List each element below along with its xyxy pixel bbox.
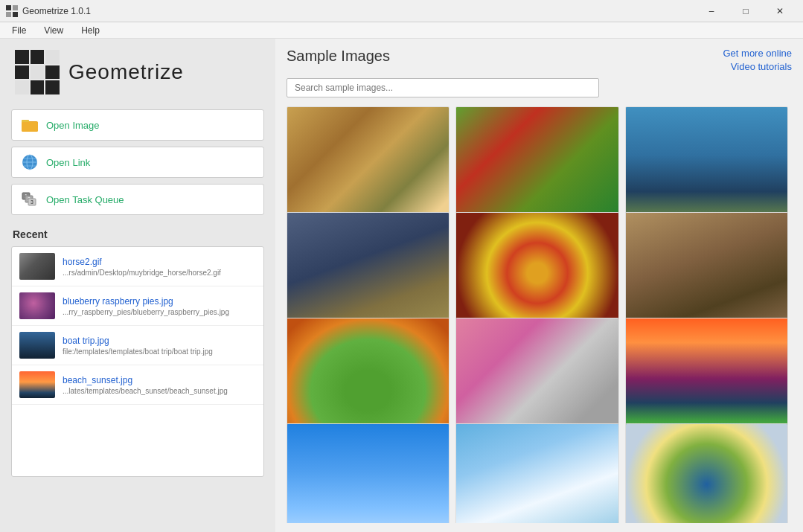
butterfly-gray-image: [456, 318, 618, 439]
recent-name-horse: horse2.gif: [63, 257, 221, 267]
sample-image-tiger[interactable]: [287, 106, 450, 228]
svg-text:3: 3: [31, 199, 33, 205]
queue-icon: 1 2 3: [21, 190, 39, 208]
recent-list: horse2.gif ...rs/admin/Desktop/muybridge…: [11, 246, 264, 477]
recent-path-blueberry: ...rry_raspberry_pies/blueberry_raspberr…: [63, 308, 229, 316]
window-title: Geometrize 1.0.1: [22, 6, 91, 16]
globe-icon: [21, 153, 39, 171]
recent-name-beach: beach_sunset.jpg: [63, 375, 228, 385]
content-header: Sample Images Get more online Video tuto…: [287, 48, 792, 72]
svg-rect-2: [6, 12, 11, 17]
menu-file[interactable]: File: [6, 24, 32, 37]
mountains-image: [626, 318, 787, 439]
menu-bar: File View Help: [0, 22, 803, 39]
menu-view[interactable]: View: [38, 24, 69, 37]
sample-image-butterfly-orange[interactable]: [287, 318, 450, 440]
sample-image-naiad[interactable]: [287, 212, 450, 334]
content-area: Sample Images Get more online Video tuto…: [275, 39, 803, 532]
open-image-button[interactable]: Open Image: [11, 109, 264, 141]
sample-image-vegetables[interactable]: [455, 106, 618, 228]
open-task-queue-label: Open Task Queue: [46, 194, 124, 205]
search-input[interactable]: [287, 78, 599, 97]
get-more-online-link[interactable]: Get more online: [723, 48, 793, 59]
sky-image: [287, 424, 449, 523]
duck-image: [626, 107, 787, 228]
sidebar: Geometrize Open Image: [0, 39, 275, 532]
open-task-queue-button[interactable]: 1 2 3 Open Task Queue: [11, 184, 264, 215]
svg-rect-0: [6, 5, 11, 10]
folder-icon: [21, 116, 39, 134]
logo-title: Geometrize: [68, 60, 184, 84]
sample-image-mountains[interactable]: [625, 318, 788, 440]
recent-info-boat: boat trip.jpg file:/templates/templates/…: [63, 336, 213, 356]
clouds-image: [456, 424, 618, 523]
title-bar-left: Geometrize 1.0.1: [6, 5, 91, 17]
recent-title: Recent: [11, 228, 264, 240]
menu-help[interactable]: Help: [75, 24, 106, 37]
recent-thumb-boat: [19, 332, 55, 359]
logo-cell: [45, 80, 60, 94]
recent-item-horse[interactable]: horse2.gif ...rs/admin/Desktop/muybridge…: [12, 247, 263, 286]
app-icon: [6, 5, 18, 17]
header-links: Get more online Video tutorials: [723, 48, 793, 72]
logo-cell: [15, 65, 29, 80]
recent-path-beach: ...lates/templates/beach_sunset/beach_su…: [63, 387, 228, 395]
sample-image-earth[interactable]: [625, 423, 788, 523]
naiad-image: [287, 213, 449, 333]
maximize-button[interactable]: □: [729, 0, 763, 22]
logo-cell: [15, 80, 29, 94]
logo-grid: [15, 50, 60, 94]
logo-cell: [31, 65, 45, 80]
recent-item-beach[interactable]: beach_sunset.jpg ...lates/templates/beac…: [12, 365, 263, 405]
content-title: Sample Images: [287, 48, 390, 65]
recent-thumb-beach: [19, 371, 55, 398]
main-layout: Geometrize Open Image: [0, 39, 803, 532]
open-link-label: Open Link: [46, 157, 90, 168]
logo-cell: [31, 50, 45, 64]
sample-image-sky[interactable]: [287, 423, 450, 523]
logo-cell: [45, 65, 60, 80]
open-image-label: Open Image: [46, 120, 100, 131]
svg-rect-6: [22, 122, 38, 132]
video-tutorials-link[interactable]: Video tutorials: [731, 61, 792, 72]
logo-area: Geometrize: [11, 50, 264, 94]
earth-image: [626, 424, 787, 523]
minimize-button[interactable]: –: [694, 0, 729, 22]
recent-name-blueberry: blueberry raspberry pies.jpg: [63, 296, 229, 307]
open-link-button[interactable]: Open Link: [11, 147, 264, 178]
sample-image-peppers[interactable]: [455, 212, 618, 334]
title-bar: Geometrize 1.0.1 – □ ✕: [0, 0, 803, 22]
svg-rect-1: [13, 5, 18, 10]
recent-thumb-horse: [19, 253, 55, 280]
recent-path-horse: ...rs/admin/Desktop/muybridge_horse/hors…: [63, 269, 221, 277]
tiger-image: [287, 107, 449, 228]
peppers-image: [456, 213, 618, 333]
logo-cell: [31, 80, 45, 94]
recent-path-boat: file:/templates/templates/boat trip/boat…: [63, 347, 213, 356]
vegetables-image: [456, 107, 618, 228]
sample-image-butterfly-gray[interactable]: [455, 318, 618, 440]
butterfly-orange-image: [287, 318, 449, 439]
monalisa-image: [626, 213, 787, 333]
logo-cell: [45, 50, 60, 64]
svg-rect-3: [13, 12, 18, 17]
sample-image-duck[interactable]: [625, 106, 788, 228]
sample-image-monalisa[interactable]: [625, 212, 788, 334]
recent-section: Recent horse2.gif ...rs/admin/Desktop/mu…: [11, 228, 264, 477]
recent-name-boat: boat trip.jpg: [63, 336, 213, 346]
recent-info-blueberry: blueberry raspberry pies.jpg ...rry_rasp…: [63, 296, 229, 316]
recent-thumb-blueberry: [19, 292, 55, 319]
logo-cell: [15, 50, 29, 64]
close-button[interactable]: ✕: [763, 0, 797, 22]
sample-image-clouds[interactable]: [455, 423, 618, 523]
recent-item-boat[interactable]: boat trip.jpg file:/templates/templates/…: [12, 326, 263, 365]
recent-info-horse: horse2.gif ...rs/admin/Desktop/muybridge…: [63, 257, 221, 277]
title-bar-controls: – □ ✕: [694, 0, 797, 22]
recent-info-beach: beach_sunset.jpg ...lates/templates/beac…: [63, 375, 228, 395]
recent-item-blueberry[interactable]: blueberry raspberry pies.jpg ...rry_rasp…: [12, 286, 263, 326]
image-grid: [287, 106, 792, 523]
